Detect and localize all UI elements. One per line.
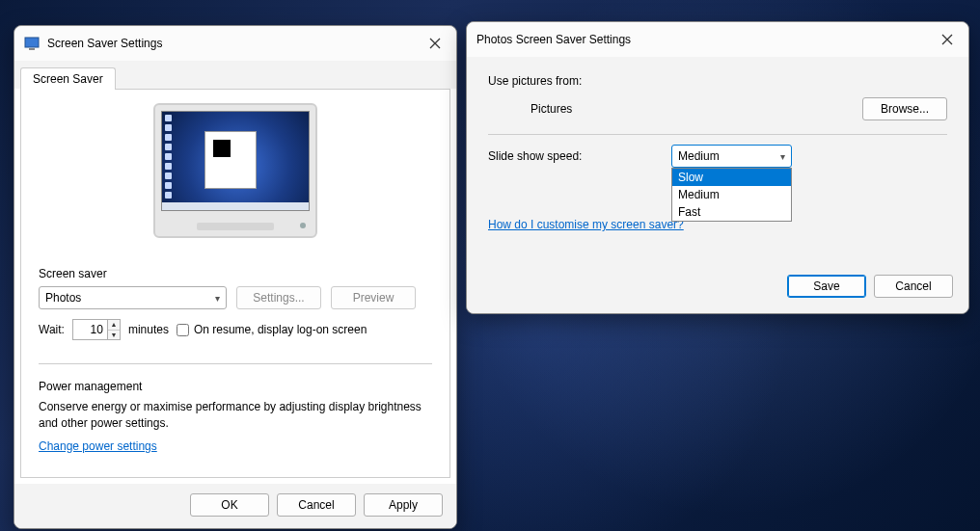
resume-checkbox[interactable] bbox=[177, 324, 189, 336]
tab-pane: Screen saver Photos ▾ Settings... Previe… bbox=[20, 89, 450, 478]
svg-rect-0 bbox=[25, 38, 39, 47]
speed-dropdown-value: Medium bbox=[678, 149, 720, 163]
ok-button[interactable]: OK bbox=[190, 493, 269, 517]
dialog1-button-row: OK Cancel Apply bbox=[14, 484, 456, 528]
apply-button[interactable]: Apply bbox=[364, 493, 443, 517]
chevron-down-icon[interactable]: ▼ bbox=[108, 331, 120, 340]
chevron-down-icon: ▾ bbox=[215, 293, 220, 304]
change-power-settings-link[interactable]: Change power settings bbox=[39, 439, 157, 453]
customise-help-link[interactable]: How do I customise my screen saver? bbox=[488, 218, 684, 231]
speed-option-slow[interactable]: Slow bbox=[672, 169, 791, 186]
browse-button[interactable]: Browse... bbox=[862, 97, 947, 120]
titlebar[interactable]: Screen Saver Settings bbox=[14, 26, 456, 61]
close-icon[interactable] bbox=[423, 32, 447, 55]
screen-saver-settings-dialog: Screen Saver Settings Screen Saver bbox=[14, 25, 457, 529]
wait-label: Wait: bbox=[39, 323, 65, 336]
dialog2-content: Use pictures from: Pictures Browse... Sl… bbox=[467, 57, 968, 267]
monitor-icon bbox=[153, 103, 317, 238]
wait-minutes-label: minutes bbox=[128, 323, 169, 336]
cancel-button[interactable]: Cancel bbox=[277, 493, 356, 517]
speed-option-medium[interactable]: Medium bbox=[672, 186, 791, 203]
speed-dropdown-list: Slow Medium Fast bbox=[671, 168, 792, 222]
divider bbox=[488, 134, 947, 135]
chevron-down-icon: ▾ bbox=[780, 151, 785, 162]
svg-rect-1 bbox=[29, 48, 35, 50]
wait-stepper[interactable]: ▲▼ bbox=[72, 319, 121, 340]
resume-checkbox-wrap[interactable]: On resume, display log-on screen bbox=[177, 323, 367, 336]
power-management-heading: Power management bbox=[39, 380, 432, 393]
pictures-folder-value: Pictures bbox=[531, 102, 572, 116]
wait-spin-buttons[interactable]: ▲▼ bbox=[107, 319, 121, 340]
screensaver-dropdown-value: Photos bbox=[45, 291, 81, 305]
titlebar[interactable]: Photos Screen Saver Settings bbox=[467, 22, 968, 57]
settings-button[interactable]: Settings... bbox=[236, 286, 321, 309]
screen-saver-group-label: Screen saver bbox=[39, 267, 432, 280]
speed-label: Slide show speed: bbox=[488, 149, 671, 163]
monitor-preview bbox=[39, 103, 432, 238]
photos-screen-saver-settings-dialog: Photos Screen Saver Settings Use picture… bbox=[466, 21, 969, 314]
chevron-up-icon[interactable]: ▲ bbox=[108, 320, 120, 331]
preview-button[interactable]: Preview bbox=[331, 286, 416, 309]
dialog2-button-row: Save Cancel bbox=[467, 267, 968, 313]
close-icon[interactable] bbox=[936, 28, 959, 51]
speed-dropdown[interactable]: Medium ▾ bbox=[671, 145, 792, 168]
speed-option-fast[interactable]: Fast bbox=[672, 203, 791, 221]
tab-screen-saver[interactable]: Screen Saver bbox=[20, 67, 116, 90]
screensaver-dropdown[interactable]: Photos ▾ bbox=[39, 286, 227, 309]
save-button[interactable]: Save bbox=[787, 275, 866, 298]
window-title: Photos Screen Saver Settings bbox=[476, 33, 936, 46]
window-title: Screen Saver Settings bbox=[47, 37, 423, 50]
use-pictures-label: Use pictures from: bbox=[488, 74, 947, 88]
wait-input[interactable] bbox=[72, 319, 107, 340]
power-management-description: Conserve energy or maximise performance … bbox=[39, 399, 432, 432]
resume-checkbox-label: On resume, display log-on screen bbox=[194, 323, 367, 336]
app-icon bbox=[24, 36, 40, 51]
cancel-button[interactable]: Cancel bbox=[874, 275, 953, 298]
tabstrip: Screen Saver bbox=[14, 61, 456, 89]
divider bbox=[39, 363, 432, 364]
